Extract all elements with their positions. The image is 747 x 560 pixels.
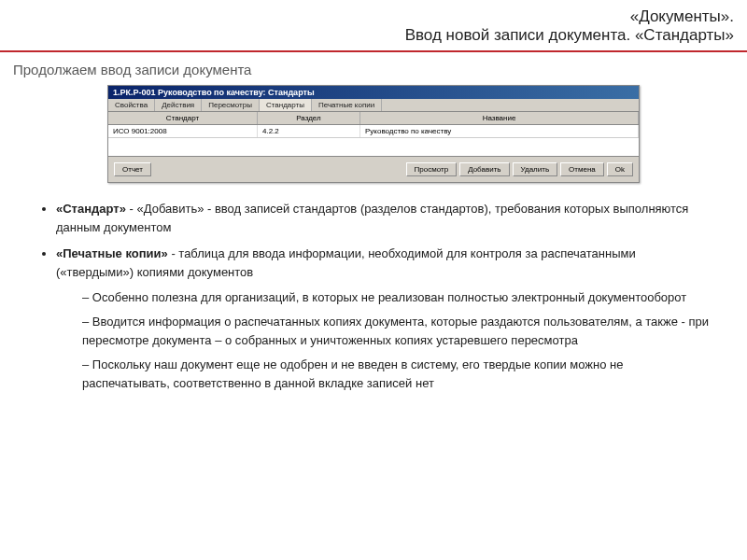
view-button[interactable]: Просмотр: [406, 162, 458, 176]
cell-section: 4.2.2: [258, 125, 360, 137]
sublist-item: Поскольку наш документ еще не одобрен и …: [82, 356, 710, 393]
sublist-item: Вводится информация о распечатанных копи…: [82, 313, 710, 350]
col-name: Название: [360, 112, 639, 124]
list-item: «Печатные копии» - таблица для ввода инф…: [56, 245, 710, 393]
page-header: «Документы». Ввод новой записи документа…: [0, 0, 747, 52]
ok-button[interactable]: Ok: [607, 162, 633, 176]
item-strong: «Стандарт»: [56, 202, 126, 216]
tab-properties[interactable]: Свойства: [108, 99, 155, 111]
grid-header: Стандарт Раздел Название: [108, 112, 639, 125]
button-bar: Отчет Просмотр Добавить Удалить Отмена O…: [108, 157, 639, 182]
tab-standards[interactable]: Стандарты: [260, 99, 312, 111]
add-button[interactable]: Добавить: [459, 162, 509, 176]
col-section: Раздел: [258, 112, 360, 124]
content-text: «Стандарт» - «Добавить» - ввод записей с…: [0, 196, 747, 413]
cancel-button[interactable]: Отмена: [560, 162, 604, 176]
tab-row: Свойства Действия Пересмотры Стандарты П…: [108, 99, 639, 112]
window-title: 1.РК.Р-001 Руководство по качеству: Стан…: [108, 86, 639, 99]
left-buttons: Отчет: [114, 162, 151, 176]
right-buttons: Просмотр Добавить Удалить Отмена Ok: [406, 162, 633, 176]
tab-printcopies[interactable]: Печатные копии: [312, 99, 382, 111]
tab-actions[interactable]: Действия: [155, 99, 202, 111]
cell-name: Руководство по качеству: [360, 125, 639, 137]
grid-body: ИСО 9001:2008 4.2.2 Руководство по качес…: [108, 125, 639, 157]
cell-standard: ИСО 9001:2008: [108, 125, 258, 137]
header-line1: «Документы».: [13, 7, 734, 26]
item-text: - «Добавить» - ввод записей стандартов (…: [56, 202, 688, 234]
delete-button[interactable]: Удалить: [513, 162, 558, 176]
header-line2: Ввод новой записи документа. «Стандарты»: [13, 26, 734, 45]
report-button[interactable]: Отчет: [114, 162, 151, 176]
table-row[interactable]: ИСО 9001:2008 4.2.2 Руководство по качес…: [108, 125, 639, 138]
app-window: 1.РК.Р-001 Руководство по качеству: Стан…: [107, 85, 640, 183]
item-strong: «Печатные копии»: [56, 246, 168, 260]
sublist-item: Особенно полезна для организаций, в кото…: [82, 288, 710, 307]
page-subtitle: Продолжаем ввод записи документа: [0, 52, 747, 85]
list-item: «Стандарт» - «Добавить» - ввод записей с…: [56, 200, 710, 237]
tab-revisions[interactable]: Пересмотры: [202, 99, 260, 111]
col-standard: Стандарт: [108, 112, 258, 124]
